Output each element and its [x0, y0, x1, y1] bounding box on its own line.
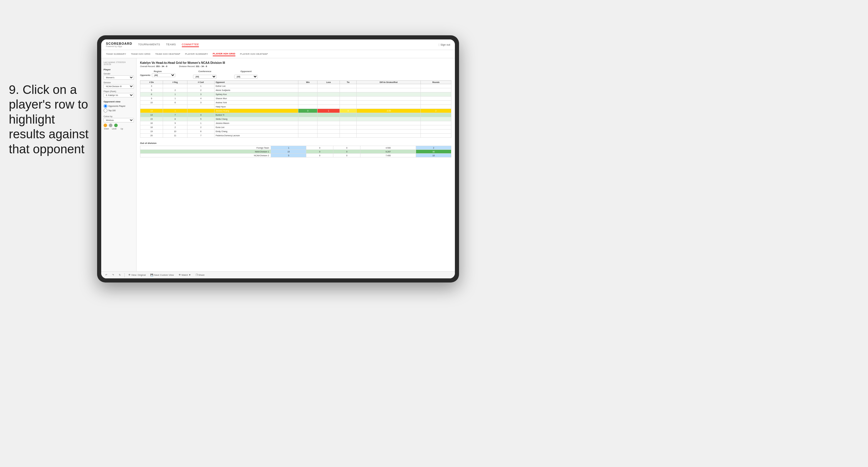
table-cell: Alexis Sudjianto [214, 88, 298, 92]
nav-item-committee[interactable]: COMMITTEE [182, 42, 199, 47]
radio-opponents-played[interactable]: Opponents Played [103, 104, 134, 108]
table-cell: 19 [141, 129, 163, 133]
filter-sections: Region Opponents: (All) Conference ( [140, 70, 452, 79]
nav-item-teams[interactable]: TEAMS [166, 42, 176, 47]
save-custom-button[interactable]: 💾 Save Custom View [149, 273, 175, 277]
table-cell [317, 101, 340, 105]
forward-button[interactable]: ↻ [118, 273, 122, 277]
colour-down-label: Down [103, 128, 110, 130]
col-opponent: Opponent [214, 81, 298, 84]
out-table-cell: Foreign Team [141, 146, 271, 150]
right-content: Katelyn Vo Head-to-Head Grid for Women's… [136, 58, 455, 271]
region-label: Region [140, 70, 175, 73]
table-cell [298, 133, 317, 138]
table-cell [298, 96, 317, 101]
out-division-row[interactable]: NAIA Division 115009.26730 [141, 150, 452, 154]
undo-button[interactable]: ↶ [104, 273, 108, 277]
top-nav: SCOREBOARD Powered by clippi TOURNAMENTS… [101, 39, 455, 50]
tab-player-summary[interactable]: PLAYER SUMMARY [185, 52, 208, 56]
logo-subtitle: Powered by clippi [106, 45, 132, 48]
nav-item-tournaments[interactable]: TOURNAMENTS [138, 42, 160, 47]
tab-team-h2h-heatmap[interactable]: TEAM H2H HEATMAP [155, 52, 180, 56]
table-cell [317, 125, 340, 129]
table-cell [340, 121, 356, 125]
watch-button[interactable]: 👁 Watch ▼ [178, 273, 192, 277]
table-cell: 4 [187, 96, 215, 101]
table-cell [421, 125, 451, 129]
table-cell [421, 88, 451, 92]
share-button[interactable]: ❐ Share [194, 273, 206, 277]
table-cell [141, 105, 163, 109]
gender-select[interactable]: Women's [103, 75, 134, 80]
sign-out-button[interactable]: Sign out [440, 43, 450, 46]
table-cell [421, 121, 451, 125]
table-cell [340, 117, 356, 121]
table-row[interactable]: 131Jessica Huang010-3.002 [141, 109, 452, 113]
table-cell [421, 113, 451, 117]
radio-top100[interactable]: Top 100 [103, 108, 134, 113]
view-original-button[interactable]: 👁 View: Original [127, 273, 147, 277]
tab-team-summary[interactable]: TEAM SUMMARY [106, 52, 126, 56]
region-filter-select[interactable]: (All) [152, 73, 175, 77]
player-rank-label: Player (Rank) [103, 90, 134, 92]
out-table-cell: 7.400 [361, 154, 416, 157]
table-cell [298, 113, 317, 117]
table-cell [317, 88, 340, 92]
opponent-filter-group: Opponent (All) [234, 70, 258, 79]
left-panel: Last Updated: 27/03/2024 16:55:28 Player… [101, 58, 136, 271]
table-cell [356, 113, 421, 117]
colour-level-label: Level [111, 128, 117, 130]
table-header-row: # Div # Reg # Conf Opponent Win Loss Tie… [141, 81, 452, 84]
out-table-cell: 15 [271, 150, 306, 154]
tab-player-h2h-grid[interactable]: PLAYER H2H GRID [213, 52, 236, 56]
table-row[interactable]: 522Alexis Sudjianto [141, 88, 452, 92]
table-row[interactable]: 31Esther Lee [141, 84, 452, 88]
table-row[interactable]: 1063Andrea York [141, 101, 452, 105]
colour-by-select[interactable]: Win/loss [103, 118, 134, 122]
out-table-cell: 1 [271, 146, 306, 150]
table-row[interactable]: 1474Eunice Yi [141, 113, 452, 117]
table-cell [298, 92, 317, 96]
table-row[interactable]: Haeji Hyun [141, 105, 452, 109]
table-cell: 7 [187, 133, 215, 138]
conference-filter-select[interactable]: (All) [193, 75, 217, 79]
sub-nav: TEAM SUMMARY TEAM H2H GRID TEAM H2H HEAT… [101, 50, 455, 58]
player-rank-select[interactable]: 8. Katelyn Vo [103, 93, 134, 97]
table-cell [317, 133, 340, 138]
table-cell [187, 105, 215, 109]
redo-button[interactable]: ↷ [111, 273, 115, 277]
radio-top100-input[interactable] [103, 108, 107, 113]
table-cell [317, 129, 340, 133]
table-cell: Haeji Hyun [214, 105, 298, 109]
tab-player-h2h-heatmap[interactable]: PLAYER H2H HEATMAP [240, 52, 268, 56]
out-table-cell: 0 [333, 154, 361, 157]
opponent-filter-select[interactable]: (All) [234, 75, 258, 79]
table-cell: 5 [187, 117, 215, 121]
table-cell: 18 [141, 125, 163, 129]
colour-up-circle [114, 124, 118, 127]
table-row[interactable]: 1691Jessica Mason [141, 121, 452, 125]
panel-timestamp: Last Updated: 27/03/2024 16:55:28 [103, 61, 134, 65]
out-division-row[interactable]: Foreign Team1004.5002 [141, 146, 452, 150]
table-row[interactable]: 1585Stella Chang [141, 117, 452, 121]
table-row[interactable]: 1822Euna Lee [141, 125, 452, 129]
table-cell: Sydney Kuo [214, 92, 298, 96]
table-cell [356, 117, 421, 121]
table-row[interactable]: 19106Emily Chang [141, 129, 452, 133]
table-cell: 20 [141, 133, 163, 138]
col-diff: Diff Av Strokes/Rnd [356, 81, 421, 84]
out-division-row[interactable]: NCAA Division 25007.40010 [141, 154, 452, 157]
table-row[interactable]: 914Sharon Mun [141, 96, 452, 101]
region-filter-group: Region Opponents: (All) [140, 70, 175, 79]
table-cell [317, 105, 340, 109]
table-cell [356, 84, 421, 88]
division-select[interactable]: NCAA Division III [103, 84, 134, 89]
table-cell: -3.00 [356, 109, 421, 113]
colour-section: Colour by Win/loss Down Level Up [103, 115, 134, 130]
radio-opponents-played-input[interactable] [103, 104, 107, 108]
tab-team-h2h-grid[interactable]: TEAM H2H GRID [131, 52, 151, 56]
table-cell [421, 129, 451, 133]
grid-title: Katelyn Vo Head-to-Head Grid for Women's… [140, 61, 452, 64]
table-row[interactable]: 20117Federica Domecq Lacroze [141, 133, 452, 138]
table-row[interactable]: 613Sydney Kuo [141, 92, 452, 96]
